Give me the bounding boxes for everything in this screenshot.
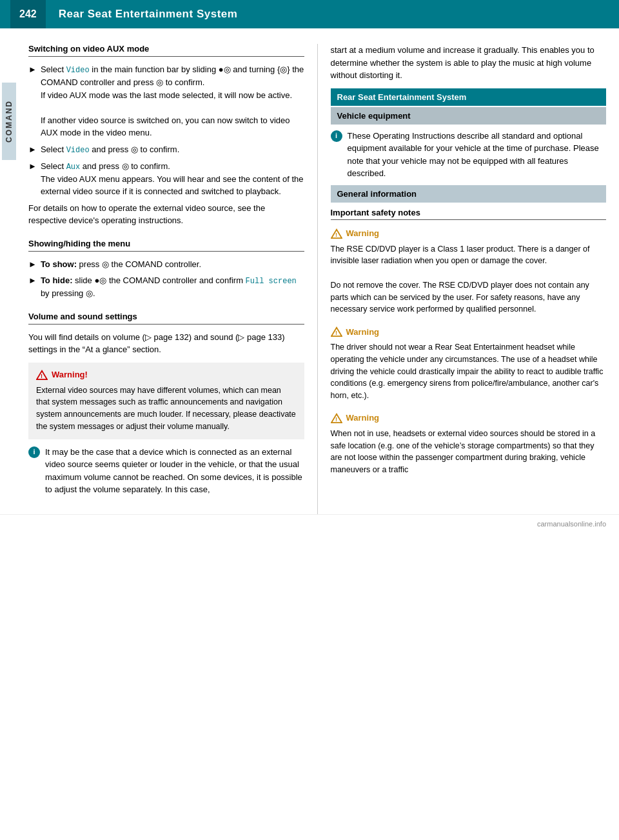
bullet-arrow: ►: [28, 274, 37, 300]
info-icon: i: [28, 446, 40, 458]
bullet-text: Select Aux and press ◎ to confirm. The v…: [41, 160, 304, 198]
continuation-text: start at a medium volume and increase it…: [331, 44, 607, 82]
important-safety-title: Important safety notes: [331, 208, 607, 220]
aux-code: Aux: [66, 163, 81, 172]
list-item: ► Select Video and press ◎ to confirm.: [28, 143, 304, 156]
list-item: ► Select Aux and press ◎ to confirm. The…: [28, 160, 304, 198]
warning-text-3: When not in use, headsets or external vi…: [331, 428, 607, 476]
footer-watermark: carmanualsonline.info: [537, 520, 606, 528]
vehicle-equipment-bar: Vehicle equipment: [331, 107, 607, 125]
list-item: ► To show: press ◎ the COMAND controller…: [28, 258, 304, 271]
warning-header: ! Warning!: [36, 369, 297, 381]
svg-text:!: !: [335, 330, 337, 336]
to-show-label: To show:: [41, 259, 77, 269]
svg-text:!: !: [41, 373, 43, 379]
svg-text:!: !: [335, 232, 337, 238]
bullet-arrow: ►: [28, 160, 37, 198]
info-icon-ve: i: [331, 130, 342, 142]
list-item: ► Select Video in the main function bar …: [28, 63, 304, 139]
vehicle-equipment-info-block: i These Operating Instructions describe …: [331, 130, 607, 180]
bullet-text: Select Video in the main function bar by…: [41, 63, 304, 139]
bullet-text: To show: press ◎ the COMAND controller.: [41, 258, 304, 271]
section-showing-title: Showing/hiding the menu: [28, 239, 304, 252]
warning-header-1: ! Warning: [331, 228, 607, 239]
info-block-volume: i It may be the case that a device which…: [28, 446, 304, 496]
svg-text:!: !: [335, 416, 337, 423]
section-volume-title: Volume and sound settings: [28, 312, 304, 325]
bullet-arrow: ►: [28, 143, 37, 156]
warning-box-3: ! Warning When not in use, headsets or e…: [331, 410, 607, 479]
warning-header-3: ! Warning: [331, 412, 607, 424]
warning-title-3: Warning: [346, 413, 380, 423]
warning-triangle-icon: !: [36, 369, 48, 381]
sidebar-label: COMAND: [2, 83, 16, 160]
video-code2: Video: [66, 146, 90, 155]
list-item: ► To hide: slide ●◎ the COMAND controlle…: [28, 274, 304, 300]
warning-text-1: The RSE CD/DVD player is a Class 1 laser…: [331, 243, 607, 316]
footer: carmanualsonline.info: [0, 514, 619, 533]
bullet-text: To hide: slide ●◎ the COMAND controller …: [41, 274, 304, 300]
bullet-arrow: ►: [28, 63, 37, 139]
section-switching-title: Switching on video AUX mode: [28, 44, 304, 57]
bullet-text: Select Video and press ◎ to confirm.: [41, 143, 304, 156]
warning-title: Warning!: [52, 370, 88, 379]
to-hide-label: To hide:: [41, 275, 73, 285]
header-bar: 242 Rear Seat Entertainment System: [0, 0, 619, 28]
page-number: 242: [10, 0, 46, 28]
warning-title-2: Warning: [346, 327, 380, 337]
sidebar: COMAND: [0, 44, 18, 514]
warning-triangle-icon-2: !: [331, 326, 342, 337]
fullscreen-code: Full screen: [246, 277, 297, 286]
video-code: Video: [66, 66, 90, 75]
left-column: Switching on video AUX mode ► Select Vid…: [18, 44, 318, 514]
warning-title-1: Warning: [346, 228, 380, 238]
warning-triangle-icon-1: !: [331, 228, 342, 239]
bullet-arrow: ►: [28, 258, 37, 271]
volume-intro: You will find details on volume (▷ page …: [28, 331, 304, 356]
vehicle-equipment-info: These Operating Instructions describe al…: [348, 130, 607, 180]
warning-box-volume: ! Warning! External video sources may ha…: [28, 363, 304, 439]
info-text: It may be the case that a device which i…: [45, 446, 304, 496]
general-info-bar: General information: [331, 185, 607, 203]
warning-text: External video sources may have differen…: [36, 385, 297, 433]
rse-section-bar: Rear Seat Entertainment System: [331, 88, 607, 106]
right-column: start at a medium volume and increase it…: [318, 44, 620, 514]
page-title: Rear Seat Entertainment System: [59, 8, 238, 21]
warning-text-2: The driver should not wear a Rear Seat E…: [331, 341, 607, 402]
warning-triangle-icon-3: !: [331, 412, 342, 424]
warning-box-2: ! Warning The driver should not wear a R…: [331, 323, 607, 405]
warning-header-2: ! Warning: [331, 326, 607, 337]
warning-box-1: ! Warning The RSE CD/DVD player is a Cla…: [331, 225, 607, 319]
section1-footer: For details on how to operate the extern…: [28, 202, 304, 227]
main-content: COMAND Switching on video AUX mode ► Sel…: [0, 28, 619, 514]
